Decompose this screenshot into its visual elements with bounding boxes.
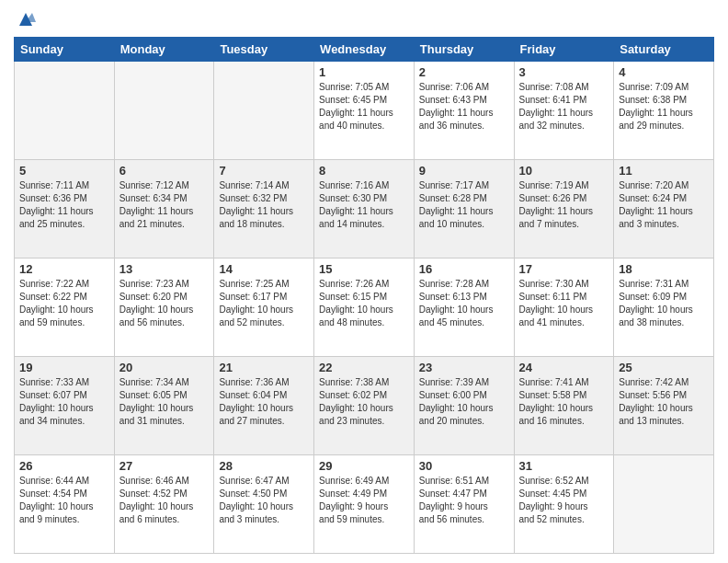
day-number: 17 [519, 262, 609, 276]
day-number: 28 [219, 459, 309, 473]
calendar-cell: 22Sunrise: 7:38 AM Sunset: 6:02 PM Dayli… [314, 357, 415, 455]
calendar-cell: 14Sunrise: 7:25 AM Sunset: 6:17 PM Dayli… [214, 259, 314, 357]
day-number: 31 [519, 459, 609, 473]
day-number: 27 [119, 459, 210, 473]
day-number: 30 [419, 459, 509, 473]
day-number: 14 [219, 262, 309, 276]
cell-details: Sunrise: 7:12 AM Sunset: 6:34 PM Dayligh… [119, 179, 210, 231]
logo-icon [16, 9, 36, 29]
cell-details: Sunrise: 7:36 AM Sunset: 6:04 PM Dayligh… [219, 376, 309, 428]
weekday-header-row: SundayMondayTuesdayWednesdayThursdayFrid… [15, 38, 714, 62]
calendar-cell: 8Sunrise: 7:16 AM Sunset: 6:30 PM Daylig… [314, 160, 415, 259]
calendar-cell: 26Sunrise: 6:44 AM Sunset: 4:54 PM Dayli… [15, 455, 115, 554]
cell-details: Sunrise: 7:06 AM Sunset: 6:43 PM Dayligh… [419, 81, 509, 132]
calendar-cell [15, 62, 115, 160]
cell-details: Sunrise: 7:25 AM Sunset: 6:17 PM Dayligh… [219, 278, 309, 329]
cell-details: Sunrise: 6:51 AM Sunset: 4:47 PM Dayligh… [419, 475, 509, 526]
day-number: 24 [519, 361, 609, 374]
cell-details: Sunrise: 7:30 AM Sunset: 6:11 PM Dayligh… [519, 278, 609, 329]
day-number: 6 [119, 164, 210, 178]
day-number: 10 [519, 164, 609, 178]
calendar-cell: 9Sunrise: 7:17 AM Sunset: 6:28 PM Daylig… [414, 160, 514, 259]
calendar-week-2: 5Sunrise: 7:11 AM Sunset: 6:36 PM Daylig… [15, 160, 714, 259]
day-number: 7 [219, 164, 309, 178]
cell-details: Sunrise: 7:31 AM Sunset: 6:09 PM Dayligh… [619, 278, 709, 329]
cell-details: Sunrise: 6:49 AM Sunset: 4:49 PM Dayligh… [319, 475, 409, 526]
calendar-cell: 11Sunrise: 7:20 AM Sunset: 6:24 PM Dayli… [614, 160, 714, 259]
calendar-week-3: 12Sunrise: 7:22 AM Sunset: 6:22 PM Dayli… [15, 259, 714, 357]
day-number: 9 [419, 164, 509, 178]
cell-details: Sunrise: 6:46 AM Sunset: 4:52 PM Dayligh… [119, 475, 210, 526]
calendar-cell: 15Sunrise: 7:26 AM Sunset: 6:15 PM Dayli… [314, 259, 415, 357]
calendar-cell: 29Sunrise: 6:49 AM Sunset: 4:49 PM Dayli… [314, 455, 415, 554]
day-number: 18 [619, 262, 709, 276]
calendar-cell: 18Sunrise: 7:31 AM Sunset: 6:09 PM Dayli… [614, 259, 714, 357]
day-number: 2 [419, 65, 509, 79]
day-number: 12 [19, 262, 109, 276]
calendar-cell: 19Sunrise: 7:33 AM Sunset: 6:07 PM Dayli… [15, 357, 115, 455]
weekday-header-wednesday: Wednesday [314, 38, 415, 62]
cell-details: Sunrise: 7:42 AM Sunset: 5:56 PM Dayligh… [619, 376, 709, 428]
weekday-header-friday: Friday [514, 38, 614, 62]
cell-details: Sunrise: 7:20 AM Sunset: 6:24 PM Dayligh… [619, 179, 709, 231]
day-number: 26 [19, 459, 109, 473]
calendar-cell: 21Sunrise: 7:36 AM Sunset: 6:04 PM Dayli… [214, 357, 314, 455]
cell-details: Sunrise: 7:22 AM Sunset: 6:22 PM Dayligh… [19, 278, 109, 329]
cell-details: Sunrise: 7:23 AM Sunset: 6:20 PM Dayligh… [119, 278, 210, 329]
calendar-cell: 12Sunrise: 7:22 AM Sunset: 6:22 PM Dayli… [15, 259, 115, 357]
day-number: 1 [319, 65, 409, 79]
day-number: 13 [119, 262, 210, 276]
calendar-cell: 27Sunrise: 6:46 AM Sunset: 4:52 PM Dayli… [114, 455, 214, 554]
cell-details: Sunrise: 6:44 AM Sunset: 4:54 PM Dayligh… [19, 475, 109, 526]
day-number: 3 [519, 65, 609, 79]
cell-details: Sunrise: 7:05 AM Sunset: 6:45 PM Dayligh… [319, 81, 409, 132]
calendar-week-4: 19Sunrise: 7:33 AM Sunset: 6:07 PM Dayli… [15, 357, 714, 455]
calendar-cell: 4Sunrise: 7:09 AM Sunset: 6:38 PM Daylig… [614, 62, 714, 160]
page: SundayMondayTuesdayWednesdayThursdayFrid… [0, 0, 728, 563]
calendar-table: SundayMondayTuesdayWednesdayThursdayFrid… [14, 37, 714, 554]
calendar-cell: 10Sunrise: 7:19 AM Sunset: 6:26 PM Dayli… [514, 160, 614, 259]
weekday-header-sunday: Sunday [15, 38, 115, 62]
cell-details: Sunrise: 7:11 AM Sunset: 6:36 PM Dayligh… [19, 179, 109, 231]
calendar-week-5: 26Sunrise: 6:44 AM Sunset: 4:54 PM Dayli… [15, 455, 714, 554]
calendar-cell: 13Sunrise: 7:23 AM Sunset: 6:20 PM Dayli… [114, 259, 214, 357]
cell-details: Sunrise: 7:08 AM Sunset: 6:41 PM Dayligh… [519, 81, 609, 132]
day-number: 4 [619, 65, 709, 79]
cell-details: Sunrise: 7:26 AM Sunset: 6:15 PM Dayligh… [319, 278, 409, 329]
cell-details: Sunrise: 7:34 AM Sunset: 6:05 PM Dayligh… [119, 376, 210, 428]
day-number: 8 [319, 164, 409, 178]
weekday-header-tuesday: Tuesday [214, 38, 314, 62]
calendar-cell: 25Sunrise: 7:42 AM Sunset: 5:56 PM Dayli… [614, 357, 714, 455]
day-number: 19 [19, 361, 109, 374]
cell-details: Sunrise: 7:19 AM Sunset: 6:26 PM Dayligh… [519, 179, 609, 231]
cell-details: Sunrise: 7:41 AM Sunset: 5:58 PM Dayligh… [519, 376, 609, 428]
calendar-cell: 6Sunrise: 7:12 AM Sunset: 6:34 PM Daylig… [114, 160, 214, 259]
day-number: 11 [619, 164, 709, 178]
calendar-cell [614, 455, 714, 554]
day-number: 21 [219, 361, 309, 374]
weekday-header-saturday: Saturday [614, 38, 714, 62]
header [14, 9, 714, 29]
day-number: 16 [419, 262, 509, 276]
calendar-cell: 28Sunrise: 6:47 AM Sunset: 4:50 PM Dayli… [214, 455, 314, 554]
calendar-cell: 17Sunrise: 7:30 AM Sunset: 6:11 PM Dayli… [514, 259, 614, 357]
day-number: 15 [319, 262, 409, 276]
cell-details: Sunrise: 7:28 AM Sunset: 6:13 PM Dayligh… [419, 278, 509, 329]
calendar-cell: 16Sunrise: 7:28 AM Sunset: 6:13 PM Dayli… [414, 259, 514, 357]
calendar-cell: 2Sunrise: 7:06 AM Sunset: 6:43 PM Daylig… [414, 62, 514, 160]
cell-details: Sunrise: 7:38 AM Sunset: 6:02 PM Dayligh… [319, 376, 409, 428]
calendar-cell [214, 62, 314, 160]
weekday-header-monday: Monday [114, 38, 214, 62]
calendar-cell: 31Sunrise: 6:52 AM Sunset: 4:45 PM Dayli… [514, 455, 614, 554]
cell-details: Sunrise: 7:09 AM Sunset: 6:38 PM Dayligh… [619, 81, 709, 132]
calendar-cell: 5Sunrise: 7:11 AM Sunset: 6:36 PM Daylig… [15, 160, 115, 259]
calendar-cell: 23Sunrise: 7:39 AM Sunset: 6:00 PM Dayli… [414, 357, 514, 455]
cell-details: Sunrise: 7:17 AM Sunset: 6:28 PM Dayligh… [419, 179, 509, 231]
cell-details: Sunrise: 7:39 AM Sunset: 6:00 PM Dayligh… [419, 376, 509, 428]
calendar-cell: 3Sunrise: 7:08 AM Sunset: 6:41 PM Daylig… [514, 62, 614, 160]
calendar-cell: 30Sunrise: 6:51 AM Sunset: 4:47 PM Dayli… [414, 455, 514, 554]
calendar-cell [114, 62, 214, 160]
calendar-week-1: 1Sunrise: 7:05 AM Sunset: 6:45 PM Daylig… [15, 62, 714, 160]
day-number: 25 [619, 361, 709, 374]
calendar-cell: 7Sunrise: 7:14 AM Sunset: 6:32 PM Daylig… [214, 160, 314, 259]
